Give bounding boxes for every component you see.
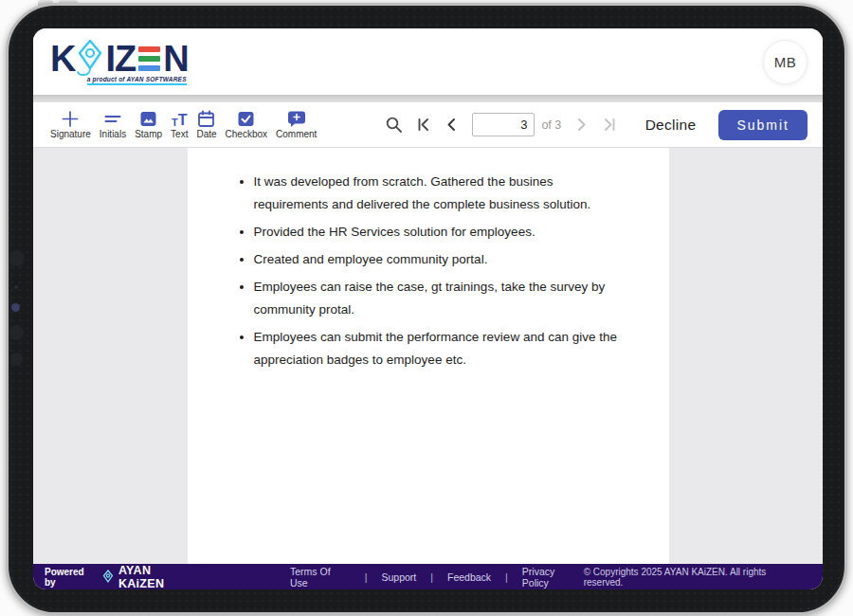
checkbox-icon [237, 110, 255, 128]
app-header: K IZ N a product of AYAN SOFTWARES MB [33, 28, 823, 95]
powered-by: Powered by AYAN KAiZEN [45, 564, 200, 590]
footer-link-terms[interactable]: Terms Of Use [290, 566, 351, 589]
plus-icon [61, 110, 80, 128]
kaizen-logo: K IZ N a product of AYAN SOFTWARES [50, 38, 189, 85]
toolbar: Signature Initials Stamp TT Text [33, 102, 823, 148]
powered-by-label: Powered by [45, 567, 98, 588]
tool-stamp[interactable]: Stamp [135, 110, 162, 139]
text-tt-icon: TT [172, 110, 188, 128]
bezel-camera-dot [9, 325, 24, 340]
tool-comment[interactable]: Comment [276, 110, 317, 139]
tool-label: Date [196, 129, 216, 139]
tt-big: T [178, 113, 188, 128]
logo-e-bar-blue [138, 65, 160, 71]
bullet-item: Created and employee community portal. [254, 248, 643, 271]
search-icon[interactable] [385, 116, 403, 134]
copyright-text: © Copyrights 2025 AYAN KAiZEN. All right… [584, 567, 808, 588]
comment-plus-icon [287, 110, 306, 128]
logo-e-bar-red [138, 46, 160, 52]
tool-label: Signature [50, 129, 91, 139]
document-page: It was developed from scratch. Gathered … [188, 148, 669, 564]
first-page-icon[interactable] [415, 117, 431, 133]
page-navigation: of 3 [385, 113, 618, 136]
page-number-input[interactable] [472, 113, 535, 136]
tool-signature[interactable]: Signature [50, 110, 91, 139]
bezel-camera-dot [9, 250, 25, 266]
footer-separator: | [505, 571, 508, 583]
footer-link-feedback[interactable]: Feedback [447, 571, 491, 583]
page-count-label: of 3 [541, 118, 561, 132]
bullet-item: Employees can submit the performance rev… [254, 326, 643, 371]
bullet-list: It was developed from scratch. Gathered … [235, 171, 643, 371]
footer-brand: AYAN KAiZEN [118, 564, 200, 590]
document-viewport[interactable]: It was developed from scratch. Gathered … [33, 148, 823, 564]
tool-label: Checkbox [226, 129, 267, 139]
tool-label: Text [171, 129, 188, 139]
logo-letters-iz: IZ [105, 41, 136, 77]
logo-letter-e-bars [138, 46, 160, 71]
bullet-item: Provided the HR Services solution for em… [254, 221, 643, 244]
logo-letter-k: K [50, 41, 75, 77]
bullet-item: Employees can raise the case, gt trainin… [254, 276, 643, 321]
submit-button[interactable]: Submit [718, 110, 808, 140]
bezel-camera-dot [9, 353, 23, 366]
annotation-tools: Signature Initials Stamp TT Text [50, 110, 317, 139]
header-divider [33, 95, 823, 102]
tool-label: Initials [100, 129, 126, 139]
footer-separator: | [365, 571, 368, 583]
toolbar-actions: Decline Submit [645, 110, 809, 140]
tt-small: T [172, 118, 178, 128]
pen-nib-icon [76, 38, 104, 80]
decline-button[interactable]: Decline [645, 117, 697, 134]
footer-separator: | [430, 571, 433, 583]
calendar-icon [197, 110, 215, 128]
user-avatar[interactable]: MB [763, 40, 808, 84]
logo-e-bar-green [138, 56, 160, 62]
image-icon [139, 110, 157, 128]
tool-checkbox[interactable]: Checkbox [226, 110, 267, 139]
prev-page-icon[interactable] [444, 117, 460, 133]
tool-text[interactable]: TT Text [171, 110, 188, 139]
kaizen-logo-wordmark: K IZ N [50, 38, 189, 80]
tool-label: Stamp [135, 129, 162, 139]
bezel-camera-lens [11, 303, 20, 312]
footer-link-support[interactable]: Support [381, 571, 416, 583]
lines-icon [103, 110, 122, 128]
next-page-icon[interactable] [573, 117, 590, 133]
tool-date[interactable]: Date [196, 110, 216, 139]
app-footer: Powered by AYAN KAiZEN Terms Of Use | Su… [33, 564, 823, 589]
tool-initials[interactable]: Initials [100, 110, 126, 139]
footer-links: Terms Of Use | Support | Feedback | Priv… [290, 566, 584, 589]
app-screen: K IZ N a product of AYAN SOFTWARES MB [33, 28, 823, 589]
footer-link-privacy[interactable]: Privacy Policy [522, 566, 584, 589]
bezel-camera-dot [14, 285, 18, 289]
bullet-item: It was developed from scratch. Gathered … [254, 171, 643, 216]
tool-label: Comment [276, 129, 317, 139]
logo-tagline: a product of AYAN SOFTWARES [87, 76, 187, 85]
logo-letter-n: N [163, 41, 188, 77]
pen-nib-icon [102, 570, 114, 584]
last-page-icon[interactable] [602, 117, 618, 133]
